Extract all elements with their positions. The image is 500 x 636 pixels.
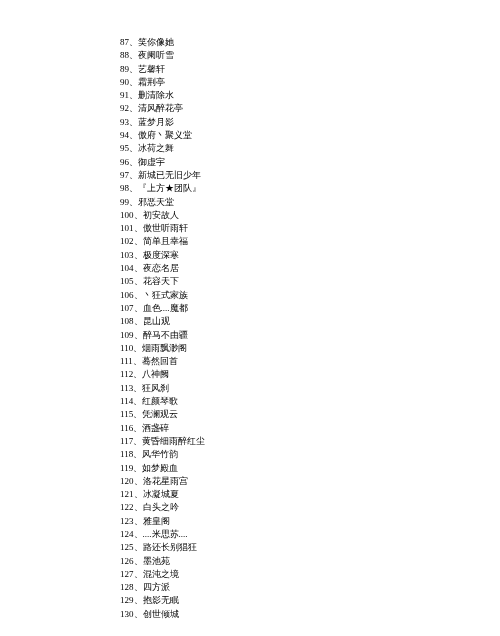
list-item: 111、蓦然回首 bbox=[120, 355, 500, 368]
list-item: 130、创世倾城 bbox=[120, 608, 500, 621]
list-item: 114、红颜琴歌 bbox=[120, 395, 500, 408]
list-item: 118、风华竹韵 bbox=[120, 448, 500, 461]
list-item: 103、极度深寒 bbox=[120, 249, 500, 262]
list-item: 95、冰荷之舞 bbox=[120, 142, 500, 155]
list-item: 122、白头之吟 bbox=[120, 501, 500, 514]
list-item: 96、御虚宇 bbox=[120, 156, 500, 169]
list-item: 124、....米思苏.... bbox=[120, 528, 500, 541]
list-item: 121、冰凝城夏 bbox=[120, 488, 500, 501]
list-item: 92、清风醉花亭 bbox=[120, 102, 500, 115]
list-item: 88、夜阑听雪 bbox=[120, 49, 500, 62]
list-item: 120、洛花星雨宫 bbox=[120, 475, 500, 488]
list-item: 98、『上方★团队』 bbox=[120, 182, 500, 195]
list-item: 129、抱影无眠 bbox=[120, 594, 500, 607]
list-item: 109、醉马不由疆 bbox=[120, 329, 500, 342]
list-item: 113、狂风刹 bbox=[120, 382, 500, 395]
list-item: 117、黄昏细雨醉红尘 bbox=[120, 435, 500, 448]
list-item: 116、酒盏碎 bbox=[120, 422, 500, 435]
list-item: 100、初安故人 bbox=[120, 209, 500, 222]
list-item: 101、傲世听雨轩 bbox=[120, 222, 500, 235]
list-item: 119、如梦殿血 bbox=[120, 462, 500, 475]
list-item: 102、简单且幸福 bbox=[120, 235, 500, 248]
list-item: 127、混沌之境 bbox=[120, 568, 500, 581]
list-item: 91、删清除水 bbox=[120, 89, 500, 102]
list-item: 110、烟雨飘渺阁 bbox=[120, 342, 500, 355]
list-item: 99、邪恶天堂 bbox=[120, 196, 500, 209]
list-item: 125、路还长别猖狂 bbox=[120, 541, 500, 554]
list-item: 104、夜恋名居 bbox=[120, 262, 500, 275]
list-item: 89、艺馨轩 bbox=[120, 63, 500, 76]
list-item: 93、蓝梦月影 bbox=[120, 116, 500, 129]
numbered-list: 87、笑你像她88、夜阑听雪89、艺馨轩90、霜荆亭91、删清除水92、清风醉花… bbox=[120, 36, 500, 621]
list-item: 123、雅皇阁 bbox=[120, 515, 500, 528]
list-item: 97、新城已无旧少年 bbox=[120, 169, 500, 182]
list-item: 108、昆山观 bbox=[120, 315, 500, 328]
list-item: 105、花容天下 bbox=[120, 275, 500, 288]
list-item: 112、八神阙 bbox=[120, 368, 500, 381]
list-item: 90、霜荆亭 bbox=[120, 76, 500, 89]
list-item: 106、丶狂式家族 bbox=[120, 289, 500, 302]
list-item: 115、凭澜观云 bbox=[120, 408, 500, 421]
list-item: 126、墨池苑 bbox=[120, 555, 500, 568]
list-item: 94、傲府丶聚义堂 bbox=[120, 129, 500, 142]
list-item: 107、血色....魔都 bbox=[120, 302, 500, 315]
list-item: 128、四方派 bbox=[120, 581, 500, 594]
list-item: 87、笑你像她 bbox=[120, 36, 500, 49]
